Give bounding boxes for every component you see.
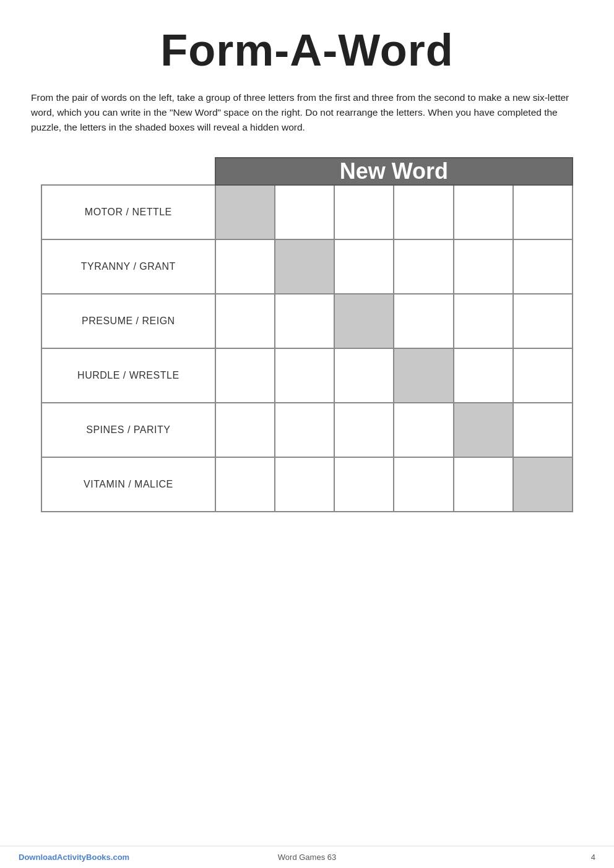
footer-book-title: Word Games 63 xyxy=(211,853,404,862)
letter-cell-1-4[interactable] xyxy=(454,185,513,239)
letter-cell-5-1[interactable] xyxy=(275,403,334,457)
word-pair-1: MOTOR / NETTLE xyxy=(41,185,215,239)
word-pair-2: TYRANNY / GRANT xyxy=(41,239,215,294)
letter-cell-5-4[interactable] xyxy=(454,403,513,457)
word-pair-5: SPINES / PARITY xyxy=(41,403,215,457)
page-title: Form-A-Word xyxy=(31,25,583,75)
header-row: New Word xyxy=(41,158,573,185)
letter-cell-4-0[interactable] xyxy=(215,348,275,403)
word-pair-6: VITAMIN / MALICE xyxy=(41,457,215,512)
letter-cell-3-2[interactable] xyxy=(334,294,394,348)
letter-cell-2-0[interactable] xyxy=(215,239,275,294)
table-row: VITAMIN / MALICE xyxy=(41,457,573,512)
letter-cell-4-2[interactable] xyxy=(334,348,394,403)
letter-cell-5-2[interactable] xyxy=(334,403,394,457)
letter-cell-2-1[interactable] xyxy=(275,239,334,294)
new-word-header-cell: New Word xyxy=(215,158,573,185)
table-row: HURDLE / WRESTLE xyxy=(41,348,573,403)
table-row: MOTOR / NETTLE xyxy=(41,185,573,239)
letter-cell-4-4[interactable] xyxy=(454,348,513,403)
table-row: TYRANNY / GRANT xyxy=(41,239,573,294)
puzzle-table: New Word MOTOR / NETTLE TYRANNY / GRANT xyxy=(41,157,573,512)
letter-cell-4-5[interactable] xyxy=(513,348,573,403)
letter-cell-3-1[interactable] xyxy=(275,294,334,348)
letter-cell-1-5[interactable] xyxy=(513,185,573,239)
letter-cell-5-3[interactable] xyxy=(394,403,453,457)
letter-cell-6-1[interactable] xyxy=(275,457,334,512)
letter-cell-3-4[interactable] xyxy=(454,294,513,348)
letter-cell-2-5[interactable] xyxy=(513,239,573,294)
letter-cell-1-3[interactable] xyxy=(394,185,453,239)
word-pair-4: HURDLE / WRESTLE xyxy=(41,348,215,403)
letter-cell-6-0[interactable] xyxy=(215,457,275,512)
letter-cell-1-1[interactable] xyxy=(275,185,334,239)
letter-cell-1-0[interactable] xyxy=(215,185,275,239)
letter-cell-5-5[interactable] xyxy=(513,403,573,457)
letter-cell-5-0[interactable] xyxy=(215,403,275,457)
table-row: PRESUME / REIGN xyxy=(41,294,573,348)
new-word-label: New Word xyxy=(340,158,448,184)
letter-cell-1-2[interactable] xyxy=(334,185,394,239)
letter-cell-6-3[interactable] xyxy=(394,457,453,512)
letter-cell-3-5[interactable] xyxy=(513,294,573,348)
footer: DownloadActivityBooks.com Word Games 63 … xyxy=(0,846,614,868)
letter-cell-4-3[interactable] xyxy=(394,348,453,403)
letter-cell-6-2[interactable] xyxy=(334,457,394,512)
letter-cell-6-4[interactable] xyxy=(454,457,513,512)
letter-cell-2-4[interactable] xyxy=(454,239,513,294)
instructions-text: From the pair of words on the left, take… xyxy=(31,90,583,135)
letter-cell-4-1[interactable] xyxy=(275,348,334,403)
letter-cell-3-3[interactable] xyxy=(394,294,453,348)
word-pair-header-cell xyxy=(41,158,215,185)
letter-cell-3-0[interactable] xyxy=(215,294,275,348)
footer-page-number: 4 xyxy=(403,853,595,862)
footer-website[interactable]: DownloadActivityBooks.com xyxy=(19,853,211,862)
word-pair-3: PRESUME / REIGN xyxy=(41,294,215,348)
letter-cell-6-5[interactable] xyxy=(513,457,573,512)
table-row: SPINES / PARITY xyxy=(41,403,573,457)
letter-cell-2-3[interactable] xyxy=(394,239,453,294)
puzzle-container: New Word MOTOR / NETTLE TYRANNY / GRANT xyxy=(41,157,573,512)
letter-cell-2-2[interactable] xyxy=(334,239,394,294)
